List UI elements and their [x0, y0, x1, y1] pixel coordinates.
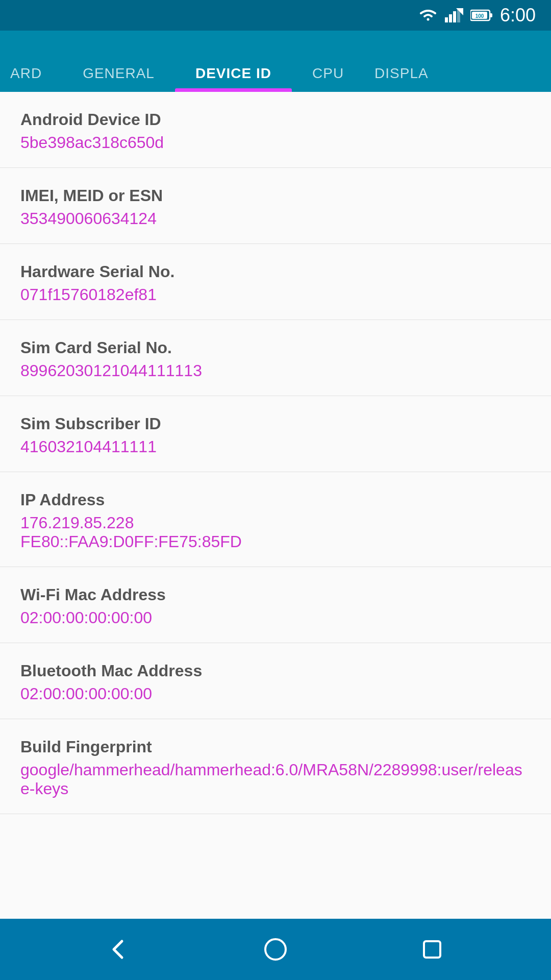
info-value: 02:00:00:00:00:00 [20, 684, 531, 703]
info-label: Build Fingerprint [20, 738, 531, 756]
info-item: Sim Subscriber ID416032104411111 [0, 396, 551, 472]
content-area: Android Device ID5be398ac318c650dIMEI, M… [0, 92, 551, 919]
recents-button[interactable] [412, 929, 453, 970]
info-item: Android Device ID5be398ac318c650d [0, 92, 551, 168]
info-label: Sim Subscriber ID [20, 414, 531, 433]
info-label: Wi-Fi Mac Address [20, 585, 531, 604]
svg-rect-2 [453, 11, 456, 22]
home-button[interactable] [255, 929, 296, 970]
recents-icon [419, 936, 445, 963]
status-time: 6:00 [500, 5, 536, 26]
status-icons: 100 6:00 [418, 5, 536, 26]
info-item: IP Address176.219.85.228 FE80::FAA9:D0FF… [0, 472, 551, 567]
svg-rect-6 [490, 13, 492, 17]
info-item: Build Fingerprintgoogle/hammerhead/hamme… [0, 719, 551, 814]
tab-cpu[interactable]: CPU [292, 31, 364, 92]
info-item: Sim Card Serial No.89962030121044111113 [0, 320, 551, 396]
info-label: IMEI, MEID or ESN [20, 186, 531, 205]
svg-text:100: 100 [475, 13, 484, 19]
info-item: Hardware Serial No.071f15760182ef81 [0, 244, 551, 320]
back-button[interactable] [98, 929, 139, 970]
info-label: Hardware Serial No. [20, 262, 531, 281]
info-value: 02:00:00:00:00:00 [20, 608, 531, 627]
info-label: Android Device ID [20, 110, 531, 129]
info-item: IMEI, MEID or ESN353490060634124 [0, 168, 551, 244]
tab-device-id[interactable]: DEVICE ID [175, 31, 292, 92]
svg-rect-10 [424, 941, 440, 958]
info-value: 416032104411111 [20, 437, 531, 456]
tab-display[interactable]: DISPLA [364, 31, 449, 92]
info-label: IP Address [20, 491, 531, 509]
tab-bar: ARD GENERAL DEVICE ID CPU DISPLA [0, 31, 551, 92]
tab-general[interactable]: GENERAL [62, 31, 175, 92]
info-value: google/hammerhead/hammerhead:6.0/MRA58N/… [20, 761, 531, 798]
info-item: Wi-Fi Mac Address02:00:00:00:00:00 [0, 567, 551, 643]
back-icon [106, 936, 132, 963]
svg-rect-1 [449, 14, 452, 22]
signal-icon [445, 8, 463, 22]
info-value: 5be398ac318c650d [20, 133, 531, 152]
nav-bar [0, 919, 551, 980]
info-item: Bluetooth Mac Address02:00:00:00:00:00 [0, 643, 551, 719]
svg-point-9 [265, 939, 286, 960]
wifi-icon [418, 8, 438, 22]
tab-ard[interactable]: ARD [0, 31, 62, 92]
info-label: Bluetooth Mac Address [20, 662, 531, 680]
battery-icon: 100 [470, 8, 493, 22]
svg-rect-0 [445, 17, 448, 22]
info-value: 071f15760182ef81 [20, 285, 531, 304]
info-value: 353490060634124 [20, 209, 531, 228]
info-value: 89962030121044111113 [20, 361, 531, 380]
info-label: Sim Card Serial No. [20, 338, 531, 357]
home-icon [262, 936, 289, 963]
status-bar: 100 6:00 [0, 0, 551, 31]
info-value: 176.219.85.228 FE80::FAA9:D0FF:FE75:85FD [20, 513, 531, 551]
